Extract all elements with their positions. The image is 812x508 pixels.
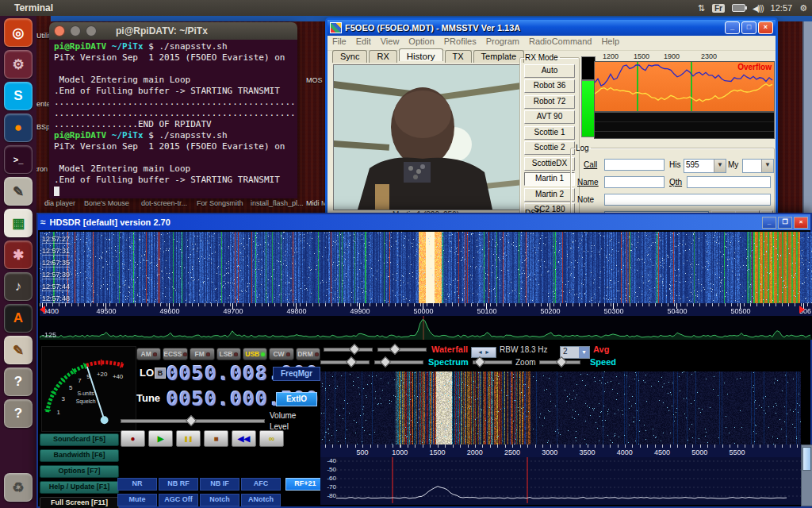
qth-field[interactable] (687, 176, 771, 188)
launcher-utility-icon[interactable]: ⚙ (4, 50, 33, 79)
mode-ecss[interactable]: ECSS (163, 348, 188, 360)
launcher-music-player-icon[interactable]: ♪ (4, 272, 33, 301)
rx-mode-scottie-2[interactable]: Scottie 2 (524, 141, 575, 155)
rewind-button[interactable]: ◀◀ (232, 430, 256, 447)
tab-rx[interactable]: RX (369, 50, 396, 63)
rbw-arrows[interactable]: ◄ ► (471, 347, 496, 358)
button-afc[interactable]: AFC (241, 478, 281, 491)
audio-scrollbar[interactable] (801, 444, 812, 506)
pause-button[interactable]: ❚❚ (176, 430, 201, 447)
tab-tx[interactable]: TX (445, 50, 472, 63)
hdsdr-titlebar[interactable]: ≈ HDSDR [default] version 2.70 _ ❐ × (38, 214, 810, 230)
mode-fm[interactable]: FM (190, 348, 214, 360)
waterfall-upper-slider[interactable] (324, 344, 373, 353)
menu-item-profiles[interactable]: PRofiles (444, 37, 477, 49)
audio-spectrum[interactable]: -40-50-60-70-80 (320, 457, 801, 505)
battery-icon[interactable] (732, 4, 745, 12)
menu-item-edit[interactable]: Edit (356, 37, 371, 49)
spectrum-upper-slider[interactable] (320, 357, 370, 366)
sstv-waterfall[interactable] (594, 112, 775, 139)
button-soundcard-f5-[interactable]: Soundcard [F5] (40, 433, 119, 446)
button-options-f7-[interactable]: Options [F7] (40, 465, 119, 478)
maximize-icon[interactable]: ❐ (778, 217, 792, 229)
close-icon[interactable] (54, 25, 65, 37)
mode-am[interactable]: AM (136, 348, 161, 360)
launcher-help-2-icon[interactable]: ? (4, 399, 33, 428)
button-nr[interactable]: NR (117, 478, 157, 491)
launcher-text-editor-icon[interactable]: ✎ (4, 177, 33, 206)
keyboard-layout-indicator[interactable]: Fr (712, 4, 725, 13)
launcher-libreoffice-calc-icon[interactable]: ▦ (4, 209, 33, 237)
chevron-down-icon[interactable]: ▼ (761, 160, 773, 172)
button-nb-rf[interactable]: NB RF (159, 478, 198, 491)
clock[interactable]: 12:57 (771, 3, 793, 13)
menu-item-view[interactable]: View (381, 37, 400, 49)
rx-mode-robot-36[interactable]: Robot 36 (524, 79, 575, 93)
button-mute[interactable]: Mute (117, 494, 157, 506)
menu-item-option[interactable]: Option (408, 37, 434, 49)
rx-mode-avt-90[interactable]: AVT 90 (524, 110, 575, 124)
mode-drm[interactable]: DRM (296, 348, 320, 360)
mode-usb[interactable]: USB (243, 348, 267, 360)
menu-item-radiocommand[interactable]: RadioCommand (529, 37, 592, 49)
record-button[interactable]: ● (121, 430, 145, 447)
rf-spectrum[interactable]: -125 (40, 316, 812, 340)
play-button[interactable]: ▶ (148, 430, 173, 447)
launcher-media-player-icon[interactable]: ✱ (4, 241, 33, 269)
audio-frequency-scale[interactable]: 5001000150020002500300035004000450050005… (320, 444, 801, 457)
menu-item-program[interactable]: Program (486, 37, 519, 49)
note-field[interactable] (604, 194, 771, 206)
name-field[interactable] (604, 176, 665, 188)
rf-waterfall[interactable] (40, 232, 812, 303)
button-anotch[interactable]: ANotch (241, 494, 281, 506)
launcher-firefox-icon[interactable]: ● (4, 114, 33, 142)
button-rf-gain[interactable]: RF+21 (285, 478, 325, 491)
launcher-skype-icon[interactable]: S (4, 82, 33, 110)
launcher-dash-icon[interactable]: ◎ (4, 18, 33, 47)
tune-slider[interactable] (121, 416, 265, 425)
rx-mode-martin-2[interactable]: Martin 2 (524, 188, 575, 202)
spectrum-lower-slider[interactable] (374, 357, 423, 366)
mmsstv-titlebar[interactable]: F5OEO (F5OEO.MDT) - MMSSTV Ver 1.13A _ □… (327, 20, 776, 36)
rx-mode-martin-1[interactable]: Martin 1 (524, 172, 575, 186)
his-combo[interactable]: 595 ▼ (684, 159, 726, 173)
button-help-update-f1-[interactable]: Help / Update [F1] (40, 481, 119, 494)
extio-button[interactable]: ExtIO (276, 392, 317, 406)
chevron-down-icon[interactable]: ▼ (579, 347, 589, 358)
terminal-content[interactable]: pi@RpiDATV ~/PiTx $ ./snapsstv.shPiTx Ve… (49, 40, 297, 198)
close-icon[interactable]: × (758, 21, 773, 34)
menu-item-file[interactable]: File (332, 37, 347, 49)
minimize-icon[interactable]: _ (762, 217, 776, 229)
call-field[interactable] (604, 159, 665, 171)
button-full-screen-f11-[interactable]: Full Screen [F11] (40, 497, 119, 508)
stop-button[interactable]: ■ (204, 430, 228, 447)
zoom-slider-left[interactable] (473, 357, 512, 366)
speed-slider[interactable] (539, 357, 580, 366)
waterfall-lower-slider[interactable] (377, 344, 427, 353)
minimize-icon[interactable] (70, 25, 81, 37)
maximize-icon[interactable] (86, 25, 97, 37)
mode-cw[interactable]: CW (269, 348, 293, 360)
session-gear-icon[interactable]: ⚙ (799, 3, 807, 13)
freqmgr-button[interactable]: FreqMgr (273, 367, 320, 381)
audio-waterfall[interactable] (320, 371, 801, 444)
launcher-terminal-icon[interactable]: >_ (4, 145, 33, 174)
loop-button[interactable]: ∞ (259, 430, 284, 447)
launcher-audacity-icon[interactable]: A (4, 304, 33, 333)
rx-mode-scottiedx[interactable]: ScottieDX (524, 157, 575, 171)
terminal-titlebar[interactable]: pi@RpiDATV: ~/PiTx (49, 22, 297, 40)
close-icon[interactable]: × (794, 217, 808, 229)
volume-icon[interactable]: ◀))) (753, 4, 764, 13)
launcher-help-1-icon[interactable]: ? (4, 368, 33, 396)
sstv-spectrum-display[interactable]: Overflow (594, 61, 775, 112)
my-combo[interactable]: ▼ (742, 159, 774, 173)
maximize-icon[interactable]: □ (741, 21, 756, 34)
network-arrows-icon[interactable]: ⇅ (698, 3, 705, 13)
rx-mode-robot-72[interactable]: Robot 72 (524, 95, 575, 109)
rx-mode-scottie-1[interactable]: Scottie 1 (524, 126, 575, 140)
tab-template[interactable]: Template (473, 50, 525, 63)
button-agc-off[interactable]: AGC Off (159, 494, 198, 506)
button-bandwidth-f6-[interactable]: Bandwidth [F6] (40, 449, 119, 462)
lo-b-badge[interactable]: B (155, 368, 166, 379)
tab-sync[interactable]: Sync (332, 50, 367, 63)
